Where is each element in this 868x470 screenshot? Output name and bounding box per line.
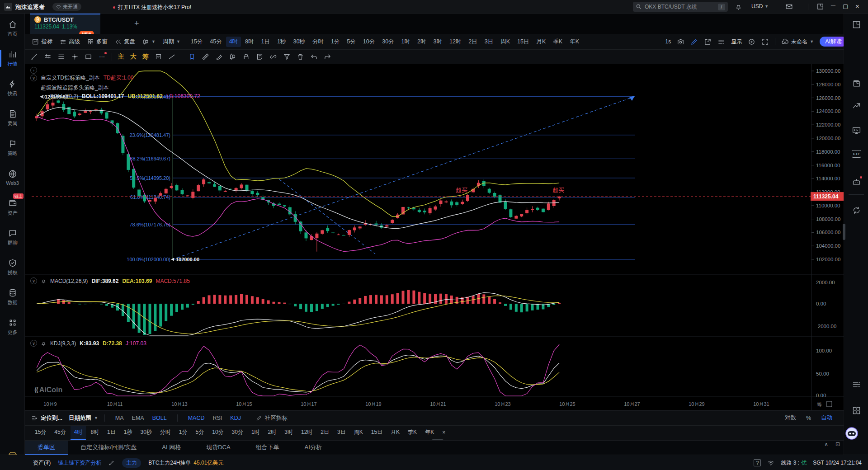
indicator-row-kdj[interactable]: ∨ KDJ(9,3,3) K:83.93 D:72.38 J:107.03 bbox=[30, 340, 146, 347]
option-15分[interactable]: 15分 bbox=[31, 426, 50, 440]
option-3时[interactable]: 3时 bbox=[430, 37, 445, 47]
chips-toggle[interactable]: 筹 bbox=[142, 53, 149, 61]
brush-tool-icon[interactable] bbox=[215, 53, 223, 61]
sidebar-item-资产[interactable]: 资产链上 bbox=[0, 193, 25, 222]
option-现货DCA[interactable]: 现货DCA bbox=[193, 441, 243, 455]
assets-label[interactable]: 资产(₮) bbox=[33, 459, 51, 467]
option-周K[interactable]: 周K bbox=[497, 37, 513, 47]
search-input[interactable]: OKX BTC/USDT 永续 / bbox=[633, 2, 728, 12]
refresh-speed[interactable]: 1s bbox=[665, 38, 671, 45]
option-30秒[interactable]: 30秒 bbox=[137, 426, 155, 440]
option-1日[interactable]: 1日 bbox=[104, 426, 119, 440]
ai-analysis-button[interactable]: AI解读 bbox=[820, 37, 847, 47]
option-×[interactable]: × bbox=[439, 427, 449, 440]
undo-icon[interactable] bbox=[310, 53, 318, 61]
close-button[interactable]: × bbox=[855, 2, 859, 10]
sidebar-item-群聊[interactable]: 群聊 bbox=[0, 222, 25, 252]
option-8时[interactable]: 8时 bbox=[87, 426, 103, 440]
sidebar-item-策略[interactable]: 策略 bbox=[0, 133, 25, 163]
option-15日[interactable]: 15日 bbox=[514, 37, 532, 47]
option-1时[interactable]: 1时 bbox=[398, 37, 413, 47]
community-indicators-button[interactable]: 社区指标 bbox=[256, 414, 288, 422]
fullscreen-icon[interactable] bbox=[761, 38, 769, 46]
filter-tool-icon[interactable] bbox=[283, 53, 291, 61]
option-组合下单[interactable]: 组合下单 bbox=[243, 441, 292, 455]
panels-icon[interactable] bbox=[852, 406, 861, 415]
option-RSI[interactable]: RSI bbox=[208, 415, 226, 421]
horizontal-lines-tool-icon[interactable] bbox=[57, 53, 65, 61]
option-10分[interactable]: 10分 bbox=[208, 426, 227, 440]
edit-icon[interactable] bbox=[108, 460, 115, 466]
chevron-down-icon[interactable]: ∨ bbox=[30, 277, 37, 284]
sidebar-collapse-handle[interactable] bbox=[843, 224, 845, 240]
option-15分[interactable]: 15分 bbox=[188, 37, 206, 47]
help-icon[interactable]: ? bbox=[754, 459, 761, 466]
option-1时[interactable]: 1时 bbox=[248, 426, 264, 440]
replay-button[interactable]: 复盘 bbox=[115, 38, 135, 46]
option-3日[interactable]: 3日 bbox=[334, 426, 349, 440]
lock-tool-icon[interactable] bbox=[242, 53, 250, 61]
sidebar-item-快讯[interactable]: 快讯 bbox=[0, 73, 25, 103]
option-BOLL[interactable]: BOLL bbox=[148, 415, 171, 421]
option-45分[interactable]: 45分 bbox=[51, 426, 69, 440]
main-force-pill[interactable]: 主力 bbox=[122, 458, 141, 468]
option-12时[interactable]: 12时 bbox=[446, 37, 464, 47]
market-trend-icon[interactable] bbox=[852, 100, 861, 110]
option-4时[interactable]: 4时 bbox=[71, 426, 86, 440]
large-view-toggle[interactable]: 大 bbox=[130, 53, 137, 61]
option-30分[interactable]: 30分 bbox=[228, 426, 247, 440]
chart-type-selector[interactable]: ▼ bbox=[142, 38, 156, 45]
option-1日[interactable]: 1日 bbox=[258, 37, 273, 47]
collapse-legend-button[interactable]: › bbox=[30, 67, 37, 74]
wallet-icon[interactable] bbox=[852, 79, 861, 89]
option-2时[interactable]: 2时 bbox=[264, 426, 280, 440]
monitor-icon[interactable] bbox=[852, 126, 861, 135]
option-月K[interactable]: 月K bbox=[387, 426, 403, 440]
exchange-icon[interactable] bbox=[852, 206, 861, 215]
minimize-button[interactable]: ─ bbox=[831, 1, 835, 9]
note-tool-icon[interactable] bbox=[256, 53, 264, 61]
add-tab-button[interactable]: + bbox=[134, 19, 139, 28]
sidebar-item-行情[interactable]: 行情 bbox=[0, 43, 25, 73]
indicator-row-td[interactable]: ∨ 自定义TD指标策略_副本 TD超买:1.00 bbox=[30, 74, 133, 82]
refresh-drawing-icon[interactable] bbox=[155, 53, 162, 61]
trendline-tool-icon[interactable] bbox=[30, 53, 38, 61]
ai-robot-icon[interactable] bbox=[852, 177, 861, 187]
goto-date-button[interactable]: 定位到... bbox=[31, 414, 62, 422]
option-1分[interactable]: 1分 bbox=[175, 426, 191, 440]
option-AI 网格[interactable]: AI 网格 bbox=[149, 441, 193, 455]
bell-icon[interactable] bbox=[735, 3, 742, 10]
sidebar-item-首页[interactable]: 首页 bbox=[0, 14, 25, 43]
advanced-button[interactable]: 高级 bbox=[60, 38, 80, 46]
option-1分[interactable]: 1分 bbox=[328, 37, 343, 47]
option-MACD[interactable]: MACD bbox=[184, 415, 209, 421]
option-AI分析[interactable]: AI分析 bbox=[292, 441, 335, 455]
alert-bell-icon[interactable] bbox=[41, 94, 47, 99]
promo-banner[interactable]: 打开HTX 注册速抢小米17 Pro! bbox=[113, 4, 191, 11]
new-pane-icon[interactable] bbox=[704, 38, 712, 46]
orderlist-icon[interactable] bbox=[852, 380, 861, 389]
option-45分[interactable]: 45分 bbox=[207, 37, 225, 47]
option-分时[interactable]: 分时 bbox=[309, 37, 327, 47]
option-12时[interactable]: 12时 bbox=[297, 426, 316, 440]
multiwindow-button[interactable]: 多窗 bbox=[87, 38, 108, 46]
option-委单区[interactable]: 委单区 bbox=[25, 441, 68, 455]
layout-icon[interactable] bbox=[816, 3, 824, 10]
etf-icon[interactable]: ETF bbox=[852, 150, 861, 160]
ai-mascot-icon[interactable] bbox=[845, 427, 859, 440]
sidebar-item-授权[interactable]: 授权 bbox=[0, 252, 25, 282]
option-8时[interactable]: 8时 bbox=[242, 37, 257, 47]
indicator-row-boll[interactable]: BOLL(20,2) BOLL:109401.17 UB:112501.62 L… bbox=[41, 93, 200, 99]
list-settings-icon[interactable] bbox=[717, 38, 725, 46]
option-%[interactable]: % bbox=[802, 415, 815, 421]
option-3时[interactable]: 3时 bbox=[281, 426, 297, 440]
screenshot-icon[interactable] bbox=[677, 38, 684, 46]
cross-line-tool-icon[interactable] bbox=[71, 53, 79, 61]
option-15日[interactable]: 15日 bbox=[368, 426, 386, 440]
collapse-panel-icon[interactable]: ∧ bbox=[824, 441, 828, 447]
date-range-button[interactable]: 日期范围▼ bbox=[69, 414, 98, 422]
option-分时[interactable]: 分时 bbox=[156, 426, 175, 440]
maximize-button[interactable]: ▢ bbox=[843, 3, 848, 9]
currency-selector[interactable]: USD▼ bbox=[751, 3, 769, 9]
option-2日[interactable]: 2日 bbox=[465, 37, 480, 47]
